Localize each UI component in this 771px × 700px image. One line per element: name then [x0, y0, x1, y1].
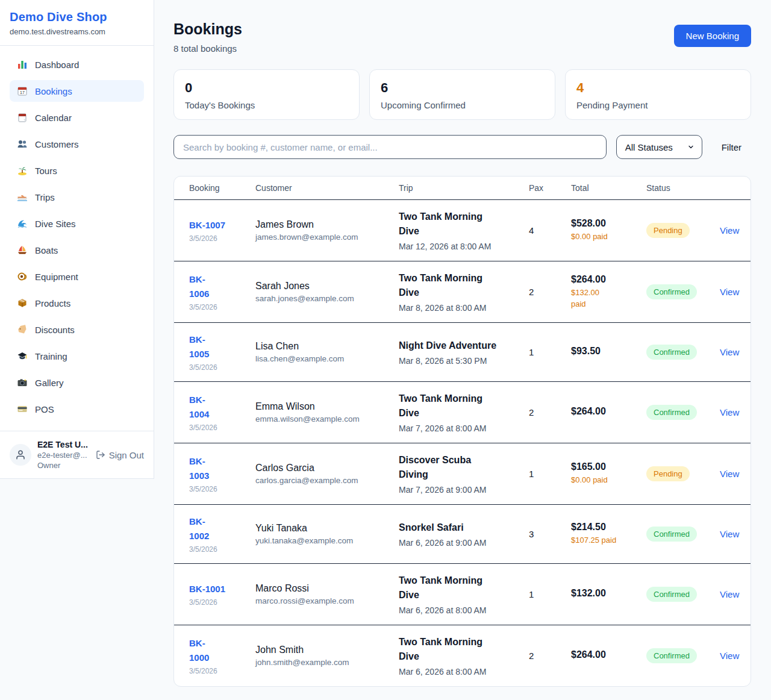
sidebar-item-label: Bookings	[35, 86, 72, 96]
status-filter-value: All Statuses	[625, 142, 673, 152]
view-link[interactable]: View	[720, 347, 739, 357]
status-badge: Confirmed	[646, 284, 697, 299]
sidebar-item-pos[interactable]: POS	[10, 398, 144, 420]
customer-name: Emma Wilson	[255, 401, 384, 412]
customer-email: sarah.jones@example.com	[255, 294, 384, 303]
col-header-pax: Pax	[522, 177, 564, 200]
user-meta: E2E Test U... e2e-tester@... Owner	[37, 440, 90, 470]
customer-name: Sarah Jones	[255, 281, 384, 292]
sidebar-item-products[interactable]: Products	[10, 292, 144, 314]
booking-date: 3/5/2026	[189, 485, 241, 493]
booking-code-link[interactable]: BK-1007	[189, 218, 225, 233]
page-title: Bookings	[173, 20, 242, 38]
view-link[interactable]: View	[720, 407, 739, 417]
customer-name: John Smith	[255, 645, 384, 655]
sidebar-item-dashboard[interactable]: Dashboard	[10, 54, 144, 75]
sidebar-item-label: Products	[35, 298, 70, 308]
trip-datetime: Mar 8, 2026 at 8:00 AM	[399, 303, 514, 313]
status-filter-select[interactable]: All Statuses	[616, 135, 702, 159]
paid-amount: $0.00 paid	[571, 475, 632, 486]
total-bookings-count: 8 total bookings	[173, 43, 242, 54]
customer-email: john.smith@example.com	[255, 658, 384, 667]
booking-code-link[interactable]: BK-1001	[189, 582, 225, 596]
pax-count: 4	[522, 200, 564, 261]
sidebar-item-trips[interactable]: Trips	[10, 186, 144, 208]
sidebar-item-boats[interactable]: Boats	[10, 239, 144, 261]
main-content: Bookings 8 total bookings New Booking 0 …	[154, 0, 771, 700]
booking-code-link[interactable]: BK- 1000	[189, 636, 209, 665]
booking-code-link[interactable]: BK- 1005	[189, 333, 209, 361]
paid-amount: $107.25 paid	[571, 535, 632, 546]
users-icon	[17, 139, 28, 149]
table-row: BK-1001 3/5/2026 Marco Rossi marco.rossi…	[174, 564, 751, 625]
bookings-table: Booking Customer Trip Pax Total Status B…	[174, 177, 751, 686]
sidebar-item-label: Equipment	[35, 272, 78, 282]
status-badge: Pending	[646, 223, 690, 238]
customer-email: marco.rossi@example.com	[255, 596, 384, 605]
camera-icon	[17, 377, 28, 388]
total-amount: $528.00	[571, 218, 632, 229]
total-amount: $165.00	[571, 461, 632, 472]
stat-label: Today's Bookings	[185, 100, 348, 110]
sidebar-item-tours[interactable]: Tours	[10, 160, 144, 181]
status-badge: Confirmed	[646, 527, 697, 542]
booking-code-link[interactable]: BK- 1006	[189, 272, 209, 301]
log-out-icon	[96, 450, 105, 460]
view-link[interactable]: View	[720, 589, 739, 599]
sidebar-item-equipment[interactable]: Equipment	[10, 266, 144, 287]
pax-count: 1	[522, 443, 564, 505]
stat-label: Upcoming Confirmed	[381, 100, 544, 110]
pax-count: 2	[522, 261, 564, 323]
trip-name: Two Tank Morning Dive	[399, 392, 514, 420]
booking-code-link[interactable]: BK- 1002	[189, 514, 209, 543]
sidebar-item-calendar[interactable]: Calendar	[10, 107, 144, 128]
view-link[interactable]: View	[720, 469, 739, 479]
total-amount: $93.50	[571, 346, 632, 357]
speedboat-icon	[17, 192, 28, 202]
trip-datetime: Mar 6, 2026 at 8:00 AM	[399, 605, 514, 615]
col-header-actions	[713, 177, 751, 200]
sidebar-item-discounts[interactable]: Discounts	[10, 319, 144, 340]
user-email: e2e-tester@...	[37, 451, 90, 460]
col-header-total: Total	[564, 177, 639, 200]
status-badge: Confirmed	[646, 648, 697, 663]
new-booking-button[interactable]: New Booking	[674, 25, 751, 47]
stats-row: 0 Today's Bookings 6 Upcoming Confirmed …	[173, 69, 751, 120]
page-header: Bookings 8 total bookings New Booking	[173, 20, 751, 54]
search-input[interactable]	[173, 135, 607, 159]
filter-button[interactable]: Filter	[712, 142, 751, 152]
package-icon	[17, 298, 28, 308]
stat-card-todays-bookings: 0 Today's Bookings	[173, 69, 360, 120]
sidebar-nav: Dashboard 17 Bookings Calendar Customers	[0, 46, 154, 431]
customer-name: Yuki Tanaka	[255, 523, 384, 534]
stat-value: 0	[185, 80, 348, 96]
view-link[interactable]: View	[720, 225, 739, 236]
sidebar-item-dive-sites[interactable]: Dive Sites	[10, 213, 144, 234]
sidebar-item-label: Tours	[35, 166, 57, 176]
total-amount: $132.00	[571, 588, 632, 599]
sidebar-item-label: Dashboard	[35, 60, 79, 70]
shop-name: Demo Dive Shop	[10, 10, 144, 24]
booking-code-link[interactable]: BK- 1003	[189, 454, 209, 483]
view-link[interactable]: View	[720, 287, 739, 297]
sidebar-item-label: Discounts	[35, 325, 75, 335]
sidebar-item-gallery[interactable]: Gallery	[10, 372, 144, 393]
booking-date: 3/5/2026	[189, 667, 241, 675]
sidebar-item-customers[interactable]: Customers	[10, 133, 144, 155]
total-amount: $214.50	[571, 522, 632, 533]
sign-out-button[interactable]: Sign Out	[96, 450, 144, 460]
table-row: BK- 1005 3/5/2026 Lisa Chen lisa.chen@ex…	[174, 323, 751, 382]
sidebar-item-training[interactable]: Training	[10, 345, 144, 367]
trip-name: Two Tank Morning Dive	[399, 573, 514, 602]
avatar	[10, 444, 31, 466]
trip-name: Two Tank Morning Dive	[399, 271, 514, 300]
status-badge: Confirmed	[646, 405, 697, 420]
booking-code-link[interactable]: BK- 1004	[189, 393, 209, 422]
sidebar-item-bookings[interactable]: 17 Bookings	[10, 80, 144, 102]
user-name: E2E Test U...	[37, 440, 90, 449]
view-link[interactable]: View	[720, 529, 739, 539]
user-role: Owner	[37, 461, 90, 470]
view-link[interactable]: View	[720, 651, 739, 661]
stat-value: 4	[576, 80, 740, 96]
graduation-cap-icon	[17, 351, 28, 361]
